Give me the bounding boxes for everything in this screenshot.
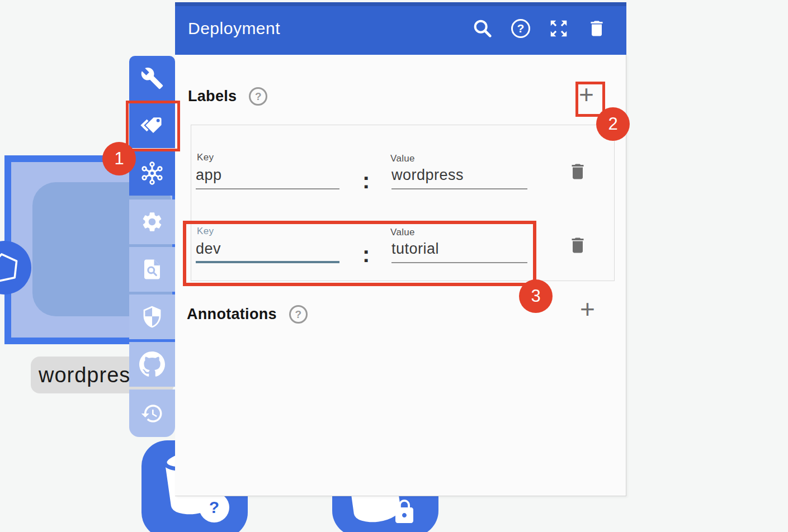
document-search-icon [140,258,164,281]
value-input[interactable] [391,167,527,189]
key-label: Key [197,152,214,163]
delete-label-row-icon[interactable] [568,235,588,258]
wrench-icon [140,66,164,90]
toolbar-item-github[interactable] [129,342,175,387]
help-icon[interactable]: ? [508,16,533,41]
panel-title: Deployment [188,19,280,38]
toolbar-item-settings[interactable] [129,200,175,244]
labels-section-title: Labels [188,88,237,105]
question-badge: ? [199,492,229,522]
node-label: wordpress [39,363,141,387]
delete-label-row-icon[interactable] [568,161,588,184]
toolbar-item-properties[interactable] [129,56,175,101]
annotations-help-icon[interactable]: ? [289,305,308,324]
pentagon-icon [0,249,23,286]
annotations-help-glyph: ? [295,308,301,321]
history-icon [140,402,164,425]
colon-separator: : [362,168,370,193]
github-icon [139,352,165,377]
step-marker-3: 3 [519,279,553,313]
labels-help-icon[interactable]: ? [249,87,267,106]
add-annotation-button[interactable]: + [580,296,595,322]
toolbar-item-hierarchy[interactable] [129,151,175,196]
value-label: Value [390,153,415,164]
question-badge-glyph: ? [209,498,219,517]
toolbar-item-search-docs[interactable] [129,247,175,292]
step-number: 3 [531,286,540,306]
expand-icon[interactable] [546,16,571,41]
labels-help-glyph: ? [255,91,262,103]
panel-header: Deployment ? [175,2,626,55]
search-icon[interactable] [470,16,495,41]
step-number: 2 [608,114,617,134]
trash-icon[interactable] [584,16,609,41]
highlight-box-labels-tool [126,101,180,151]
hub-icon [138,159,166,187]
step-marker-1: 1 [102,142,136,175]
annotations-section-title: Annotations [187,306,277,323]
help-glyph: ? [517,22,525,35]
lock-icon [391,497,418,529]
shield-icon [140,305,164,329]
app-canvas: wordpress ? [0,0,788,532]
gear-icon [140,210,164,234]
toolbar-item-history[interactable] [129,390,175,437]
key-input[interactable] [196,167,339,189]
highlight-box-label-row [183,221,536,286]
step-number: 1 [114,149,124,169]
toolbar-item-security[interactable] [129,294,175,339]
step-marker-2: 2 [596,107,630,141]
